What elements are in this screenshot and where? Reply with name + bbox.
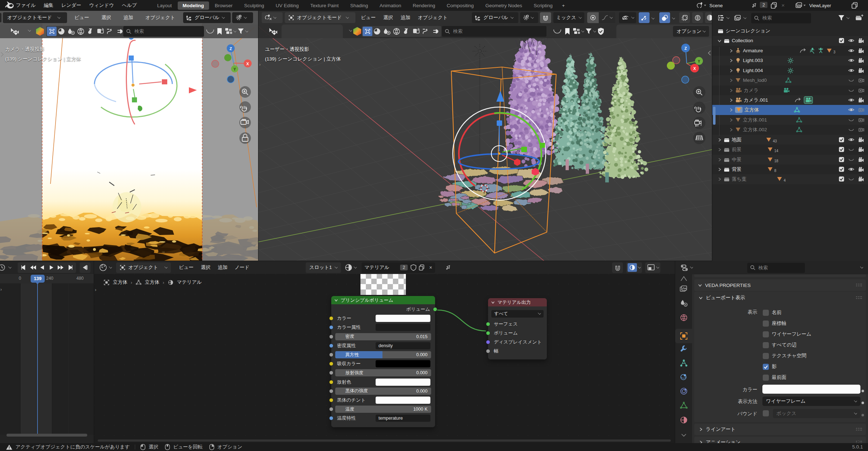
svg-text:Z: Z	[230, 47, 232, 51]
svg-text:Y: Y	[234, 67, 236, 71]
svg-text:X: X	[693, 66, 696, 71]
svg-text:Z: Z	[685, 46, 687, 50]
svg-text:Y: Y	[698, 59, 700, 63]
svg-text:X: X	[246, 62, 249, 66]
